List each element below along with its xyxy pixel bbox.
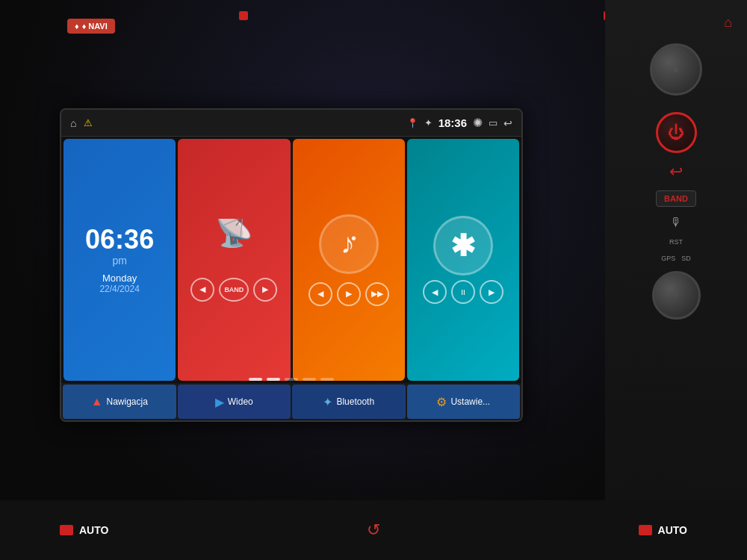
nav-triangle-icon: ▲ xyxy=(91,395,103,408)
music-tile[interactable]: ♪ • ◀ ▶ ▶▶ xyxy=(293,139,405,381)
music-next-button[interactable]: ▶▶ xyxy=(365,282,389,306)
volume-knob[interactable]: ○ xyxy=(650,43,702,96)
home-button[interactable]: ⌂ xyxy=(724,15,732,31)
radio-antenna-icon: 📡 xyxy=(211,219,256,267)
app-grid: 06:36 pm Monday 22/4/2024 📡 ◀ BAND ▶ xyxy=(61,137,521,383)
window-icon: ▭ xyxy=(489,117,498,128)
dot-5[interactable] xyxy=(320,378,334,381)
radio-next-button[interactable]: ▶ xyxy=(253,278,277,302)
clock-tile[interactable]: 06:36 pm Monday 22/4/2024 xyxy=(63,139,176,381)
status-right: 📍 ✦ 18:36 ✺ ▭ ↩ xyxy=(407,116,512,130)
auto-left-label: AUTO xyxy=(79,524,108,536)
brightness-icon[interactable]: ✺ xyxy=(473,116,483,130)
svg-text:📡: 📡 xyxy=(214,219,254,249)
radio-controls: ◀ BAND ▶ xyxy=(190,278,277,302)
video-camera-icon: ▶ xyxy=(215,395,224,409)
shortcut-ustawienia[interactable]: ⚙ Ustawie... xyxy=(407,385,521,419)
bluetooth-controls: ◀ ⏸ ▶ xyxy=(423,280,503,304)
power-button[interactable]: ⏻ xyxy=(656,112,697,153)
clock-time: 06:36 xyxy=(85,226,154,253)
dot-4[interactable] xyxy=(303,378,316,381)
auto-left-indicator xyxy=(60,525,73,535)
clock-ampm: pm xyxy=(112,255,126,267)
shortcut-nawigacja[interactable]: ▲ Nawigacja xyxy=(63,385,176,419)
loop-icon[interactable]: ↺ xyxy=(367,520,380,540)
auto-right-label: AUTO xyxy=(658,524,687,536)
bluetooth-large-icon: ✱ xyxy=(450,228,476,263)
music-prev-button[interactable]: ◀ xyxy=(309,282,332,306)
back-icon[interactable]: ↩ xyxy=(503,117,512,129)
bluetooth-circle: ✱ xyxy=(433,216,493,276)
right-panel: ⌂ ○ ⏻ ↩ BAND 🎙 RST GPS SD ○ xyxy=(605,0,747,560)
auto-right-indicator xyxy=(639,525,652,535)
shortcut-wideo-label: Wideo xyxy=(228,396,253,407)
rst-label: RST xyxy=(669,238,683,246)
mic-icon[interactable]: 🎙 xyxy=(670,216,682,229)
location-icon: 📍 xyxy=(407,118,418,128)
radio-band-button[interactable]: BAND xyxy=(219,278,249,302)
navi-button[interactable]: ♦ ♦ NAVI xyxy=(67,19,115,34)
navi-label: ♦ NAVI xyxy=(82,22,108,31)
gps-sd-row: GPS SD xyxy=(661,255,691,262)
shortcut-bluetooth[interactable]: ✦ Bluetooth xyxy=(292,385,406,419)
bluetooth-status-icon: ✦ xyxy=(424,117,433,128)
car-unit: ♦ ♦ NAVI ⌂ ⚠ 📍 ✦ 18:36 ✺ ▭ ↩ 06:3 xyxy=(0,0,747,560)
status-bar: ⌂ ⚠ 📍 ✦ 18:36 ✺ ▭ ↩ xyxy=(61,110,521,137)
settings-gear-icon: ⚙ xyxy=(436,395,447,409)
home-icon[interactable]: ⌂ xyxy=(70,117,76,129)
sd-label: SD xyxy=(681,255,691,262)
bluetooth-tile[interactable]: ✱ ◀ ⏸ ▶ xyxy=(407,139,519,381)
clock-day: Monday xyxy=(102,273,137,284)
page-dots xyxy=(249,378,334,381)
radio-prev-button[interactable]: ◀ xyxy=(190,278,214,302)
main-screen: ⌂ ⚠ 📍 ✦ 18:36 ✺ ▭ ↩ 06:36 pm Monday 22/4… xyxy=(60,108,523,422)
band-button[interactable]: BAND xyxy=(656,190,696,207)
gps-label: GPS xyxy=(661,255,675,262)
music-controls: ◀ ▶ ▶▶ xyxy=(309,282,389,306)
navi-icon: ♦ xyxy=(75,22,79,31)
radio-tile[interactable]: 📡 ◀ BAND ▶ xyxy=(178,139,290,381)
shortcut-bar: ▲ Nawigacja ▶ Wideo ✦ Bluetooth ⚙ Ustawi… xyxy=(61,383,521,420)
back-button[interactable]: ↩ xyxy=(669,162,683,181)
status-left: ⌂ ⚠ xyxy=(70,117,93,129)
status-time: 18:36 xyxy=(438,116,467,129)
auto-left[interactable]: AUTO xyxy=(60,524,108,536)
dot-2[interactable] xyxy=(267,378,280,381)
music-play-button[interactable]: ▶ xyxy=(337,282,361,306)
dot-1[interactable] xyxy=(249,378,262,381)
warning-icon: ⚠ xyxy=(84,117,93,128)
music-icon-circle: ♪ • xyxy=(319,214,379,274)
dot-3[interactable] xyxy=(285,378,298,381)
clock-date: 22/4/2024 xyxy=(99,284,139,294)
bt-prev-button[interactable]: ◀ xyxy=(423,280,447,304)
bt-playpause-button[interactable]: ⏸ xyxy=(451,280,475,304)
shortcut-ustawienia-label: Ustawie... xyxy=(450,396,490,407)
bluetooth-small-icon: ✦ xyxy=(323,395,332,409)
music-dot-icon: • xyxy=(351,230,356,247)
auto-right[interactable]: AUTO xyxy=(639,524,687,536)
bt-next-button[interactable]: ▶ xyxy=(480,280,503,304)
top-indicator-left xyxy=(239,11,248,20)
shortcut-nawigacja-label: Nawigacja xyxy=(106,396,147,407)
shortcut-bluetooth-label: Bluetooth xyxy=(336,396,374,407)
bottom-bar: AUTO ↺ AUTO xyxy=(0,500,747,560)
tuning-knob[interactable]: ○ xyxy=(652,271,701,320)
shortcut-wideo[interactable]: ▶ Wideo xyxy=(178,385,291,419)
